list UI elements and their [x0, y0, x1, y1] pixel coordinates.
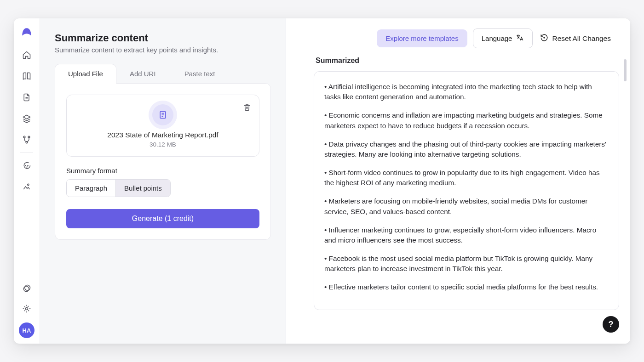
- summary-format-label: Summary format: [66, 167, 259, 175]
- svg-point-7: [25, 285, 30, 291]
- summary-bullet: • Artificial intelligence is becoming in…: [324, 82, 609, 102]
- input-pane: Summarize content Summarize content to e…: [40, 18, 286, 344]
- language-label: Language: [482, 34, 512, 42]
- language-button[interactable]: Language: [473, 28, 533, 48]
- reset-icon: [540, 34, 548, 44]
- trash-icon[interactable]: [242, 102, 253, 113]
- avatar[interactable]: HA: [19, 322, 34, 338]
- summary-bullet: • Influencer marketing continues to grow…: [324, 225, 609, 245]
- summary-bullet: • Marketers are focusing on mobile-frien…: [324, 196, 609, 216]
- sidebar-divider: [20, 153, 33, 153]
- image-icon[interactable]: [20, 181, 33, 193]
- home-icon[interactable]: [20, 49, 33, 62]
- summary-bullet: • Facebook is the most used social media…: [324, 254, 609, 274]
- document-icon[interactable]: [20, 91, 33, 104]
- page-subtitle: Summarize content to extract key points …: [55, 46, 271, 54]
- content: Summarize content Summarize content to e…: [40, 18, 630, 344]
- svg-point-6: [23, 286, 29, 292]
- app-logo: [21, 27, 33, 39]
- input-tabs: Upload File Add URL Paste text: [55, 64, 271, 84]
- svg-point-0: [23, 136, 25, 138]
- git-branch-icon[interactable]: [20, 133, 33, 146]
- summary-bullet: • Short-form video continues to grow in …: [324, 168, 609, 188]
- svg-point-5: [28, 184, 29, 185]
- explore-templates-button[interactable]: Explore more templates: [377, 29, 467, 47]
- layers-icon[interactable]: [20, 112, 33, 125]
- format-paragraph[interactable]: Paragraph: [67, 180, 115, 197]
- gear-icon[interactable]: [20, 302, 33, 315]
- file-name: 2023 State of Marketing Report.pdf: [75, 131, 251, 139]
- output-pane: Explore more templates Language Reset Al…: [286, 18, 630, 344]
- book-icon[interactable]: [20, 70, 33, 83]
- scrollbar-thumb[interactable]: [624, 59, 627, 81]
- file-size: 30.12 MB: [75, 141, 251, 148]
- app-window: HA Summarize content Summarize content t…: [14, 18, 630, 344]
- reset-button[interactable]: Reset All Changes: [538, 31, 613, 46]
- tab-upload-file[interactable]: Upload File: [55, 64, 116, 84]
- input-card: 2023 State of Marketing Report.pdf 30.12…: [55, 83, 271, 240]
- summary-bullet: • Effective marketers tailor content to …: [324, 282, 609, 292]
- topbar: Explore more templates Language Reset Al…: [286, 18, 630, 57]
- svg-point-3: [25, 165, 26, 166]
- output-wrap: Summarized • Artificial intelligence is …: [286, 57, 630, 344]
- generate-button[interactable]: Generate (1 credit): [66, 209, 259, 228]
- chat-icon[interactable]: [20, 159, 33, 172]
- summary-bullet: • Data privacy changes and the phasing o…: [324, 139, 609, 159]
- svg-point-4: [28, 165, 28, 166]
- svg-point-1: [28, 136, 30, 138]
- translate-icon: [516, 34, 524, 43]
- tab-add-url[interactable]: Add URL: [116, 64, 171, 84]
- svg-point-8: [26, 308, 28, 310]
- format-bullets[interactable]: Bullet points: [115, 180, 170, 197]
- page-title: Summarize content: [55, 32, 271, 44]
- summary-format-toggle: Paragraph Bullet points: [66, 179, 171, 197]
- output-box[interactable]: • Artificial intelligence is becoming in…: [314, 71, 619, 310]
- help-button[interactable]: ?: [603, 316, 619, 333]
- output-heading: Summarized: [316, 57, 619, 65]
- summary-bullet: • Economic concerns and inflation are im…: [324, 110, 609, 130]
- sidebar: HA: [14, 18, 40, 344]
- file-icon: [152, 104, 173, 125]
- uploaded-file: 2023 State of Marketing Report.pdf 30.12…: [66, 95, 259, 157]
- tab-paste-text[interactable]: Paste text: [171, 64, 229, 84]
- reset-label: Reset All Changes: [552, 34, 611, 43]
- circle-icon[interactable]: [20, 282, 33, 295]
- svg-point-10: [544, 37, 545, 38]
